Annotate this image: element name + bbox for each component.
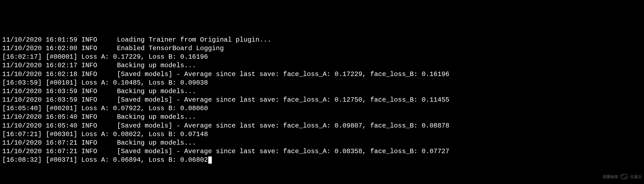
log-line: [16:02:17] [#00001] Loss A: 0.17229, Los… bbox=[2, 53, 642, 61]
log-line: 11/10/2020 16:03:59 INFO [Saved models] … bbox=[2, 96, 642, 104]
watermark-text-2: 亿速云 bbox=[630, 174, 642, 179]
log-line: 11/10/2020 16:03:59 INFO Backing up mode… bbox=[2, 87, 642, 96]
log-line: [16:05:40] [#00201] Loss A: 0.07922, Los… bbox=[2, 104, 642, 113]
watermark: @掘金技 亿速云 bbox=[603, 174, 642, 179]
watermark-text-1: @掘金技 bbox=[603, 174, 618, 179]
log-line: [16:07:21] [#00301] Loss A: 0.08022, Los… bbox=[2, 130, 642, 139]
log-line: 11/10/2020 16:01:59 INFO Loading Trainer… bbox=[2, 36, 642, 44]
log-line: [16:08:32] [#00371] Loss A: 0.06894, Los… bbox=[2, 156, 642, 164]
terminal-cursor bbox=[208, 156, 212, 164]
log-line: 11/10/2020 16:07:21 INFO Backing up mode… bbox=[2, 139, 642, 147]
log-line: 11/10/2020 16:07:21 INFO [Saved models] … bbox=[2, 147, 642, 156]
terminal-output: 11/10/2020 16:01:59 INFO Loading Trainer… bbox=[2, 36, 642, 164]
log-line: 11/10/2020 16:05:40 INFO Backing up mode… bbox=[2, 113, 642, 121]
log-line: 11/10/2020 16:02:18 INFO [Saved models] … bbox=[2, 70, 642, 79]
log-line: 11/10/2020 16:02:17 INFO Backing up mode… bbox=[2, 61, 642, 70]
log-line: 11/10/2020 16:05:40 INFO [Saved models] … bbox=[2, 121, 642, 130]
log-line: 11/10/2020 16:02:00 INFO Enabled TensorB… bbox=[2, 44, 642, 53]
cloud-icon bbox=[620, 174, 628, 179]
log-line: [16:03:59] [#00101] Loss A: 0.10485, Los… bbox=[2, 79, 642, 87]
